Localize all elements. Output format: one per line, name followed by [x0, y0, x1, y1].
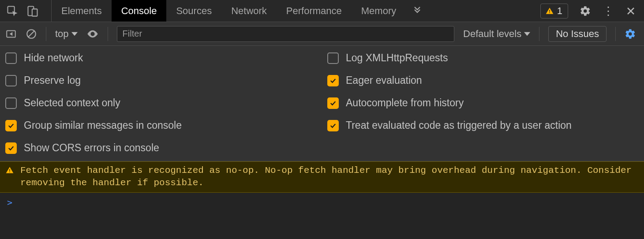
tab-network[interactable]: Network — [221, 0, 277, 22]
setting-label: Preserve log — [24, 75, 81, 86]
execution-context-selector[interactable]: top — [55, 28, 78, 40]
warning-triangle-icon — [5, 166, 14, 175]
tabs-overflow-icon[interactable] — [406, 0, 429, 22]
warning-count: 1 — [557, 5, 562, 17]
devtools-tabbar: Elements Console Sources Network Perform… — [0, 0, 644, 22]
tabbar-right: 1 ⋮ — [536, 0, 644, 22]
divider — [108, 27, 108, 41]
checkbox[interactable] — [5, 142, 17, 154]
tab-console[interactable]: Console — [112, 0, 167, 22]
context-label: top — [55, 28, 69, 40]
checkbox[interactable] — [327, 75, 339, 86]
setting-preserve-log[interactable]: Preserve log — [5, 75, 317, 86]
setting-user-action-code[interactable]: Treat evaluated code as triggered by a u… — [327, 120, 639, 131]
setting-hide-network[interactable]: Hide network — [5, 52, 317, 64]
device-toggle-icon[interactable] — [26, 5, 39, 17]
setting-label: Treat evaluated code as triggered by a u… — [346, 120, 572, 131]
setting-log-xhr[interactable]: Log XMLHttpRequests — [327, 52, 639, 64]
checkbox[interactable] — [327, 120, 339, 131]
log-level-selector[interactable]: Default levels — [463, 28, 530, 40]
tab-performance[interactable]: Performance — [277, 0, 352, 22]
checkbox[interactable] — [5, 120, 17, 131]
eye-icon[interactable] — [86, 28, 99, 40]
devtools-tabs: Elements Console Sources Network Perform… — [52, 0, 429, 22]
setting-group-similar[interactable]: Group similar messages in console — [5, 120, 317, 131]
setting-label: Autocomplete from history — [346, 97, 464, 109]
setting-show-cors[interactable]: Show CORS errors in console — [5, 142, 317, 154]
console-sidebar-toggle-icon[interactable] — [5, 28, 17, 40]
gear-icon[interactable] — [580, 5, 591, 17]
setting-label: Group similar messages in console — [24, 120, 182, 131]
svg-rect-4 — [549, 12, 550, 13]
setting-label: Eager evaluation — [346, 75, 422, 86]
divider — [539, 27, 539, 41]
console-prompt[interactable]: > — [0, 193, 644, 212]
svg-rect-3 — [549, 10, 550, 11]
issues-button[interactable]: No Issues — [548, 26, 607, 42]
levels-label: Default levels — [463, 28, 521, 40]
filter-field[interactable] — [123, 29, 449, 39]
setting-label: Hide network — [24, 52, 83, 64]
svg-rect-9 — [9, 172, 10, 172]
divider — [46, 27, 46, 41]
setting-autocomplete-history[interactable]: Autocomplete from history — [327, 97, 639, 109]
divider — [615, 27, 616, 41]
console-filter-input[interactable] — [117, 26, 455, 42]
tabbar-left-icons — [0, 0, 51, 22]
setting-label: Log XMLHttpRequests — [346, 52, 448, 64]
warning-message-text: Fetch event handler is recognized as no-… — [20, 164, 639, 190]
svg-point-7 — [91, 33, 94, 35]
tab-sources[interactable]: Sources — [166, 0, 221, 22]
checkbox[interactable] — [5, 52, 17, 64]
prompt-symbol: > — [7, 197, 12, 208]
issues-label: No Issues — [556, 28, 599, 39]
inspect-element-icon[interactable] — [6, 5, 19, 17]
kebab-menu-icon[interactable]: ⋮ — [603, 5, 614, 17]
setting-selected-context[interactable]: Selected context only — [5, 97, 317, 109]
checkbox[interactable] — [327, 52, 339, 64]
console-warning-row[interactable]: Fetch event handler is recognized as no-… — [0, 161, 644, 193]
setting-label: Selected context only — [24, 97, 120, 109]
console-settings-panel: Hide network Log XMLHttpRequests Preserv… — [0, 46, 644, 161]
clear-console-icon[interactable] — [26, 28, 37, 40]
console-toolbar: top Default levels No Issues — [0, 22, 644, 46]
console-settings-gear-icon[interactable] — [625, 28, 636, 40]
setting-label: Show CORS errors in console — [24, 142, 159, 154]
close-icon[interactable] — [625, 6, 636, 16]
tab-memory[interactable]: Memory — [352, 0, 406, 22]
checkbox[interactable] — [327, 97, 339, 109]
svg-rect-2 — [32, 9, 37, 16]
warning-count-badge[interactable]: 1 — [540, 4, 568, 19]
setting-eager-evaluation[interactable]: Eager evaluation — [327, 75, 639, 86]
tab-elements[interactable]: Elements — [52, 0, 112, 22]
checkbox[interactable] — [5, 97, 17, 109]
checkbox[interactable] — [5, 75, 17, 86]
svg-rect-8 — [9, 169, 10, 171]
